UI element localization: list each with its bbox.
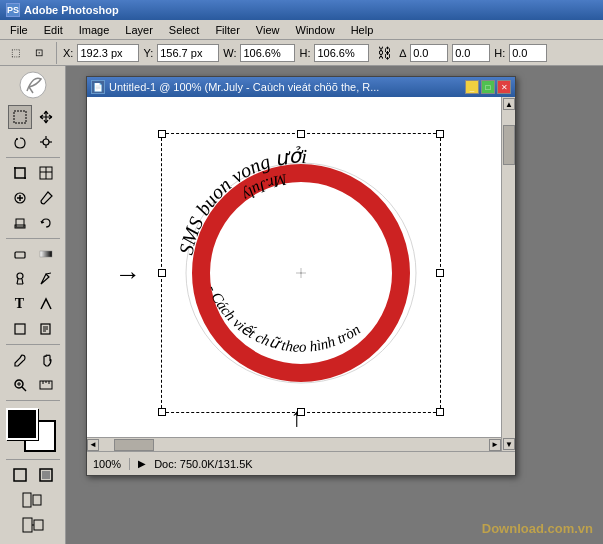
scrollbar-thumb-v[interactable]: [503, 125, 515, 165]
left-arrow-annotation: →: [115, 259, 141, 290]
handle-tr[interactable]: [436, 130, 444, 138]
scrollbar-up-btn[interactable]: ▲: [503, 98, 515, 110]
close-btn[interactable]: ✕: [497, 80, 511, 94]
minimize-btn[interactable]: _: [465, 80, 479, 94]
tool-divider-5: [6, 459, 60, 460]
scrollbar-right-btn[interactable]: ►: [489, 439, 501, 451]
svg-rect-16: [15, 252, 25, 258]
tool-row-4: [8, 186, 58, 210]
svg-rect-33: [14, 469, 26, 481]
watermark: Download.com.vn: [482, 521, 593, 536]
y-label: Y:: [143, 47, 153, 59]
mode-row: [8, 463, 58, 487]
menu-file[interactable]: File: [2, 22, 36, 38]
svg-rect-1: [14, 111, 26, 123]
menu-filter[interactable]: Filter: [207, 22, 247, 38]
menu-help[interactable]: Help: [343, 22, 382, 38]
gradient-tool-btn[interactable]: [34, 242, 58, 266]
quickmask-mode-btn[interactable]: [34, 463, 58, 487]
menu-image[interactable]: Image: [71, 22, 118, 38]
zoom-tool-btn[interactable]: [8, 373, 32, 397]
transform-btn[interactable]: ⬚: [4, 42, 26, 64]
slice-tool-btn[interactable]: [34, 161, 58, 185]
circle-art-svg: SMS buon vong ưởi - Cách viết chữ theo h…: [171, 143, 431, 403]
status-options-btn[interactable]: ▶: [138, 458, 146, 469]
healing-tool-btn[interactable]: [8, 186, 32, 210]
menu-select[interactable]: Select: [161, 22, 208, 38]
scrollbar-thumb-h[interactable]: [114, 439, 154, 451]
eraser-tool-btn[interactable]: [8, 242, 32, 266]
document-canvas: → ↑: [87, 97, 515, 451]
y-input[interactable]: [157, 44, 219, 62]
vertical-scrollbar[interactable]: ▲ ▼: [501, 97, 515, 451]
crop-tool-btn[interactable]: [8, 161, 32, 185]
handle-mr[interactable]: [436, 269, 444, 277]
options-toolbar: ⬚ ⊡ X: Y: W: H: ⛓ ∆ H:: [0, 40, 603, 66]
x-label: X:: [63, 47, 73, 59]
scrollbar-down-btn[interactable]: ▼: [503, 438, 515, 450]
tool-row-8: T: [8, 292, 58, 316]
w-input[interactable]: [240, 44, 295, 62]
screen-row: [21, 488, 45, 512]
tool-row-7: [8, 267, 58, 291]
svg-rect-36: [23, 493, 31, 507]
svg-rect-37: [33, 495, 41, 505]
scrollbar-left-btn[interactable]: ◄: [87, 439, 99, 451]
main-area: T: [0, 66, 603, 544]
angle-label: ∆: [399, 47, 406, 59]
measure-tool-btn[interactable]: [34, 373, 58, 397]
shape-tool-btn[interactable]: [8, 317, 32, 341]
dodge-tool-btn[interactable]: [8, 267, 32, 291]
h2-value-input[interactable]: [509, 44, 547, 62]
angle-input[interactable]: [410, 44, 448, 62]
handle-ml[interactable]: [158, 269, 166, 277]
fullscreen-mode-btn[interactable]: [21, 513, 45, 537]
svg-rect-20: [15, 324, 25, 334]
tool-row-3: [8, 161, 58, 185]
tool-row-2: [8, 130, 58, 154]
notes-tool-btn[interactable]: [34, 317, 58, 341]
horizontal-scrollbar[interactable]: ◄ ►: [87, 437, 501, 451]
transform-btn2[interactable]: ⊡: [28, 42, 50, 64]
brush-tool-btn[interactable]: [34, 186, 58, 210]
h2-input[interactable]: [452, 44, 490, 62]
h-label: H:: [299, 47, 310, 59]
move-tool-btn[interactable]: [34, 105, 58, 129]
menu-view[interactable]: View: [248, 22, 288, 38]
handle-tc[interactable]: [297, 130, 305, 138]
menu-layer[interactable]: Layer: [117, 22, 161, 38]
h-input[interactable]: [314, 44, 369, 62]
lasso-tool-btn[interactable]: [8, 130, 32, 154]
text-tool-btn[interactable]: T: [8, 292, 32, 316]
transform-tool-group: ⬚ ⊡: [4, 42, 57, 64]
zoom-level: 100%: [93, 458, 130, 470]
svg-rect-35: [42, 471, 50, 479]
magic-wand-btn[interactable]: [34, 130, 58, 154]
app-title: Adobe Photoshop: [24, 4, 119, 16]
maximize-btn[interactable]: □: [481, 80, 495, 94]
handle-bl[interactable]: [158, 408, 166, 416]
window-controls: _ □ ✕: [465, 80, 511, 94]
ps-logo-icon: [19, 71, 47, 99]
marquee-tool-btn[interactable]: [8, 105, 32, 129]
history-tool-btn[interactable]: [34, 211, 58, 235]
screen-mode-btn[interactable]: [21, 488, 45, 512]
handle-br[interactable]: [436, 408, 444, 416]
h2-label: H:: [494, 47, 505, 59]
standard-mode-btn[interactable]: [8, 463, 32, 487]
link-toggle[interactable]: ⛓: [373, 42, 395, 64]
eyedropper-tool-btn[interactable]: [8, 348, 32, 372]
x-input[interactable]: [77, 44, 139, 62]
pen-tool-btn[interactable]: [34, 267, 58, 291]
menu-edit[interactable]: Edit: [36, 22, 71, 38]
color-swatches: [6, 408, 60, 452]
foreground-color-swatch[interactable]: [6, 408, 38, 440]
screen-row2: [21, 513, 45, 537]
hand-tool-btn[interactable]: [34, 348, 58, 372]
stamp-tool-btn[interactable]: [8, 211, 32, 235]
handle-tl[interactable]: [158, 130, 166, 138]
tool-row-6: [8, 242, 58, 266]
menu-window[interactable]: Window: [288, 22, 343, 38]
svg-rect-17: [40, 251, 52, 257]
path-select-btn[interactable]: [34, 292, 58, 316]
